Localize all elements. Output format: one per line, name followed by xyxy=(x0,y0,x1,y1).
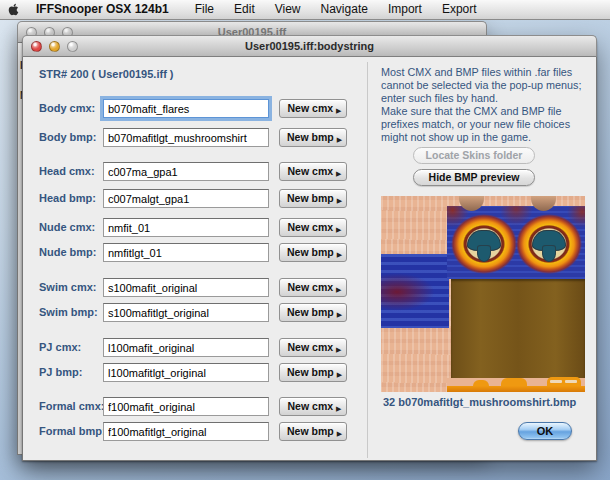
menu-app-name[interactable]: IFFSnooper OSX 124b1 xyxy=(26,0,185,19)
field-label: Head bmp: xyxy=(39,192,96,204)
window-title: User00195.iff:bodystring xyxy=(245,40,374,52)
field-label: Formal cmx: xyxy=(39,400,104,412)
new-cmx-button[interactable]: New cmx▶ xyxy=(279,338,347,357)
menu-navigate[interactable]: Navigate xyxy=(311,0,378,19)
head-bmp-input[interactable] xyxy=(103,189,269,208)
menu-file[interactable]: File xyxy=(185,0,224,19)
field-label: Swim bmp: xyxy=(39,306,98,318)
window-lights xyxy=(31,41,78,52)
swim-cmx-input[interactable] xyxy=(103,278,269,297)
str-resource-label: STR# 200 ( User00195.iff ) xyxy=(39,68,174,80)
new-bmp-button[interactable]: New bmp▶ xyxy=(279,189,347,208)
new-cmx-button[interactable]: New cmx▶ xyxy=(279,162,347,181)
field-label: PJ bmp: xyxy=(39,366,82,378)
field-label: PJ cmx: xyxy=(39,341,81,353)
popup-arrow-icon: ▶ xyxy=(336,286,341,293)
new-bmp-button[interactable]: New bmp▶ xyxy=(279,422,347,441)
shoe-bump xyxy=(501,378,527,386)
pj-cmx-input[interactable] xyxy=(103,338,269,357)
form-row-formal-cmx: Formal cmx: New cmx▶ xyxy=(23,397,369,417)
popup-arrow-icon: ▶ xyxy=(336,107,341,114)
formal-bmp-input[interactable] xyxy=(103,422,269,441)
vertical-divider xyxy=(367,62,368,458)
help-note: Most CMX and BMP files within .far files… xyxy=(381,66,603,144)
nude-cmx-input[interactable] xyxy=(103,218,269,237)
zoom-icon[interactable] xyxy=(67,41,78,52)
apple-icon xyxy=(0,3,26,16)
new-bmp-button[interactable]: New bmp▶ xyxy=(279,363,347,382)
body-cmx-input[interactable] xyxy=(103,99,269,118)
menu-edit[interactable]: Edit xyxy=(224,0,265,19)
shoe-slot xyxy=(550,380,562,383)
pj-bmp-input[interactable] xyxy=(103,363,269,382)
field-label: Head cmx: xyxy=(39,165,95,177)
swim-bmp-input[interactable] xyxy=(103,303,269,322)
shoe-slot xyxy=(565,380,577,383)
popup-arrow-icon: ▶ xyxy=(337,136,342,143)
new-bmp-button[interactable]: New bmp▶ xyxy=(279,303,347,322)
new-cmx-button[interactable]: New cmx▶ xyxy=(279,397,347,416)
new-cmx-button[interactable]: New cmx▶ xyxy=(279,99,347,118)
apple-menu[interactable] xyxy=(0,3,26,16)
preview-caption: 32 b070mafitlgt_mushroomshirt.bmp xyxy=(383,396,576,408)
texture-shirt-region xyxy=(447,206,585,279)
form-row-body-cmx: Body cmx: New cmx▶ xyxy=(23,99,369,119)
new-bmp-button[interactable]: New bmp▶ xyxy=(279,243,347,262)
form-row-pj-bmp: PJ bmp: New bmp▶ xyxy=(23,363,369,383)
popup-arrow-icon: ▶ xyxy=(337,430,342,437)
mushroom-stem xyxy=(542,245,556,262)
popup-arrow-icon: ▶ xyxy=(336,226,341,233)
field-label: Formal bmp: xyxy=(39,425,106,437)
form-row-swim-bmp: Swim bmp: New bmp▶ xyxy=(23,303,369,323)
texture-blue-band xyxy=(381,254,449,328)
texture-pants-region xyxy=(451,279,585,378)
popup-arrow-icon: ▶ xyxy=(337,371,342,378)
mushroom-medallion xyxy=(516,214,582,274)
body-bmp-input[interactable] xyxy=(103,128,269,147)
popup-arrow-icon: ▶ xyxy=(336,405,341,412)
menu-import[interactable]: Import xyxy=(378,0,432,19)
field-label: Swim cmx: xyxy=(39,281,96,293)
popup-arrow-icon: ▶ xyxy=(336,346,341,353)
form-row-body-bmp: Body bmp: New bmp▶ xyxy=(23,128,369,148)
new-cmx-button[interactable]: New cmx▶ xyxy=(279,278,347,297)
hide-bmp-preview-button[interactable]: Hide BMP preview xyxy=(413,169,535,186)
popup-arrow-icon: ▶ xyxy=(337,311,342,318)
field-label: Body bmp: xyxy=(39,131,96,143)
menu-view[interactable]: View xyxy=(265,0,311,19)
mushroom-stem xyxy=(477,245,491,262)
popup-arrow-icon: ▶ xyxy=(337,251,342,258)
locate-skins-folder-button[interactable]: Locate Skins folder xyxy=(413,147,535,164)
menu-bar: IFFSnooper OSX 124b1 File Edit View Navi… xyxy=(0,0,610,20)
new-bmp-button[interactable]: New bmp▶ xyxy=(279,128,347,147)
texture-shoe-strip xyxy=(447,378,585,386)
field-label: Nude cmx: xyxy=(39,221,95,233)
mushroom-medallion xyxy=(451,214,517,274)
head-cmx-input[interactable] xyxy=(103,162,269,181)
form-row-swim-cmx: Swim cmx: New cmx▶ xyxy=(23,278,369,298)
ok-button[interactable]: OK xyxy=(518,422,572,440)
bodystring-window: User00195.iff:bodystring STR# 200 ( User… xyxy=(22,36,597,461)
popup-arrow-icon: ▶ xyxy=(337,197,342,204)
menu-export[interactable]: Export xyxy=(432,0,487,19)
formal-cmx-input[interactable] xyxy=(103,397,269,416)
bmp-preview-image xyxy=(381,196,585,392)
form-row-nude-bmp: Nude bmp: New bmp▶ xyxy=(23,243,369,263)
window-titlebar[interactable]: User00195.iff:bodystring xyxy=(22,35,597,57)
form-row-pj-cmx: PJ cmx: New cmx▶ xyxy=(23,338,369,358)
form-row-head-cmx: Head cmx: New cmx▶ xyxy=(23,162,369,182)
shoe-bump xyxy=(547,377,581,386)
minimize-icon[interactable] xyxy=(49,41,60,52)
field-label: Nude bmp: xyxy=(39,246,96,258)
new-cmx-button[interactable]: New cmx▶ xyxy=(279,218,347,237)
field-label: Body cmx: xyxy=(39,102,95,114)
close-icon[interactable] xyxy=(31,41,42,52)
form-row-head-bmp: Head bmp: New bmp▶ xyxy=(23,189,369,209)
form-row-formal-bmp: Formal bmp: New bmp▶ xyxy=(23,422,369,442)
popup-arrow-icon: ▶ xyxy=(336,170,341,177)
nude-bmp-input[interactable] xyxy=(103,243,269,262)
texture-orange-band xyxy=(447,386,585,392)
form-row-nude-cmx: Nude cmx: New cmx▶ xyxy=(23,218,369,238)
